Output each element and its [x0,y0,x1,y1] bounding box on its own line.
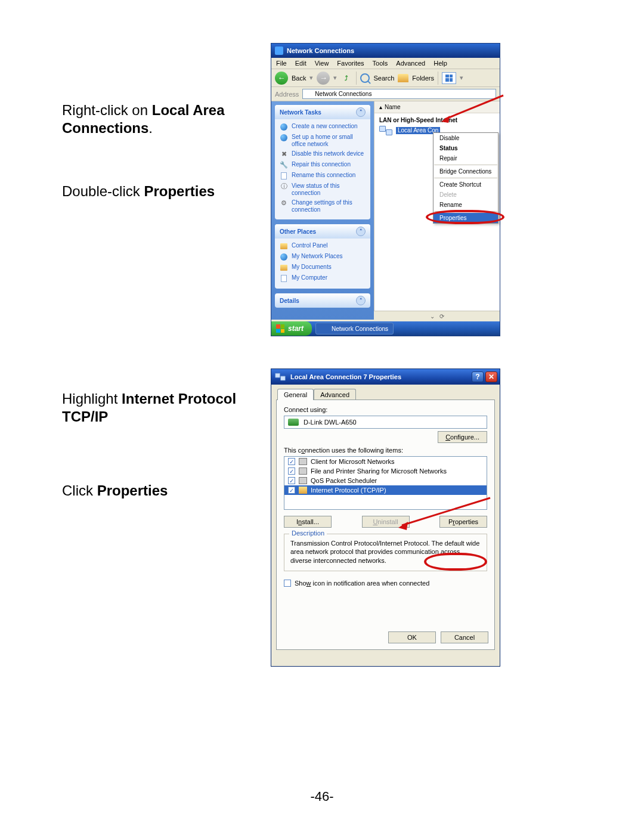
description-legend: Description [289,529,327,537]
checkbox-icon[interactable]: ✓ [288,477,295,484]
title-bar[interactable]: Local Area Connection 7 Properties ? ✕ [271,369,500,385]
properties-dialog: Local Area Connection 7 Properties ? ✕ G… [271,368,500,667]
forward-button[interactable]: → [317,72,330,85]
menu-view[interactable]: View [315,60,329,67]
list-item[interactable]: ✓Client for Microsoft Networks [284,457,487,466]
svg-marker-1 [441,116,450,123]
checkbox-icon[interactable]: ✓ [288,467,295,475]
collapse-icon[interactable]: ˄ [356,296,366,305]
protocol-icon [299,487,307,494]
disable-icon: ✖ [280,150,288,159]
start-button[interactable]: start [271,321,312,336]
home-network-icon [280,134,287,141]
network-icon [379,126,392,135]
taskbar: start Network Connections [271,321,500,336]
network-tasks-title: Network Tasks [280,109,321,116]
search-icon[interactable] [360,73,370,83]
search-label[interactable]: Search [373,75,394,82]
network-places-icon [280,253,287,261]
menu-file[interactable]: File [276,60,287,67]
list-item-selected[interactable]: ✓Internet Protocol (TCP/IP) [284,485,487,495]
tab-pane: Connect using: D-Link DWL-A650 Configure… [276,400,495,650]
control-panel-icon [280,243,287,249]
instruction-3: Highlight Internet Protocol TCP/IP [62,390,253,426]
menu-favorites[interactable]: Favorites [337,60,364,67]
windows-logo-icon [276,324,284,333]
place-item[interactable]: My Computer [280,273,366,284]
menu-help[interactable]: Help [434,60,447,67]
cancel-button[interactable]: Cancel [441,631,488,643]
ctx-shortcut[interactable]: Create Shortcut [434,179,498,190]
uses-items-label: This connection uses the following items… [284,447,487,454]
place-item[interactable]: Control Panel [280,241,366,252]
help-button[interactable]: ? [472,371,484,382]
place-item[interactable]: My Documents [280,262,366,273]
task-item[interactable]: ✖Disable this network device [280,149,366,160]
list-item[interactable]: ✓QoS Packet Scheduler [284,476,487,485]
back-button[interactable]: ← [275,72,288,85]
service-icon [299,467,307,475]
connect-using-label: Connect using: [284,406,487,413]
instruction-4: Click Properties [62,482,253,500]
tab-advanced[interactable]: Advanced [314,389,356,400]
details-box: Details ˄ [275,293,370,308]
window-title: Local Area Connection 7 Properties [290,373,401,380]
callout-arrow-icon [439,94,504,123]
ok-button[interactable]: OK [388,631,436,643]
task-item[interactable]: Rename this connection [280,171,366,181]
folders-label[interactable]: Folders [412,75,434,82]
ctx-disable[interactable]: Disable [434,133,498,143]
ctx-status[interactable]: Status [434,143,498,153]
callout-ellipse-icon [424,553,487,571]
menu-tools[interactable]: Tools [373,60,388,67]
views-button[interactable] [442,72,456,84]
task-item[interactable]: ⓘView status of this connection [280,181,366,198]
task-item[interactable]: 🔧Repair this connection [280,160,366,171]
place-item[interactable]: My Network Places [280,252,366,262]
network-tasks-box: Network Tasks ˄ Create a new connection … [275,105,370,219]
tabs: General Advanced [277,388,500,400]
up-icon[interactable]: ⤴ [340,72,352,84]
menu-edit[interactable]: Edit [295,60,306,67]
app-icon [275,373,286,381]
ctx-repair[interactable]: Repair [434,153,498,163]
close-button[interactable]: ✕ [485,371,497,382]
menu-advanced[interactable]: Advanced [396,60,425,67]
settings-icon: ⚙ [280,199,288,208]
instruction-2: Double-click Properties [62,182,253,200]
taskbar-app-button[interactable]: Network Connections [315,323,394,335]
title-bar[interactable]: Network Connections [271,44,500,58]
my-computer-icon [281,275,287,282]
back-label: Back [292,75,306,82]
address-icon [305,91,312,98]
tab-general[interactable]: General [277,389,314,400]
service-icon [299,477,307,484]
collapse-icon[interactable]: ˄ [356,107,366,117]
ctx-rename[interactable]: Rename [434,200,498,210]
show-icon-checkbox[interactable]: ✓ Show icon in notification area when co… [284,580,487,587]
configure-button[interactable]: Configure... [438,431,487,443]
checkbox-icon[interactable]: ✓ [288,487,295,494]
collapse-icon[interactable]: ˄ [356,227,366,236]
ctx-bridge[interactable]: Bridge Connections [434,166,498,176]
toolbar: ← Back ▾ → ▾ ⤴ Search Folders ▾ [271,69,500,87]
task-item[interactable]: Set up a home or small office network [280,132,366,149]
globe-icon [280,123,287,131]
address-value: Network Connections [315,91,371,97]
client-icon [299,458,307,465]
task-item[interactable]: Create a new connection [280,122,366,132]
svg-marker-3 [398,522,408,530]
tasks-panel: Network Tasks ˄ Create a new connection … [271,101,374,320]
checkbox-icon[interactable]: ✓ [284,580,291,587]
other-places-title: Other Places [280,228,316,235]
adapter-name: D-Link DWL-A650 [304,419,357,426]
task-item[interactable]: ⚙Change settings of this connection [280,198,366,215]
rename-icon [281,172,287,179]
folders-icon[interactable] [398,74,408,82]
address-label: Address [275,91,299,98]
install-button[interactable]: Install... [284,516,332,528]
list-item[interactable]: ✓File and Printer Sharing for Microsoft … [284,466,487,476]
nic-icon [288,419,299,426]
checkbox-icon[interactable]: ✓ [288,458,295,465]
adapter-field: D-Link DWL-A650 [284,416,487,429]
